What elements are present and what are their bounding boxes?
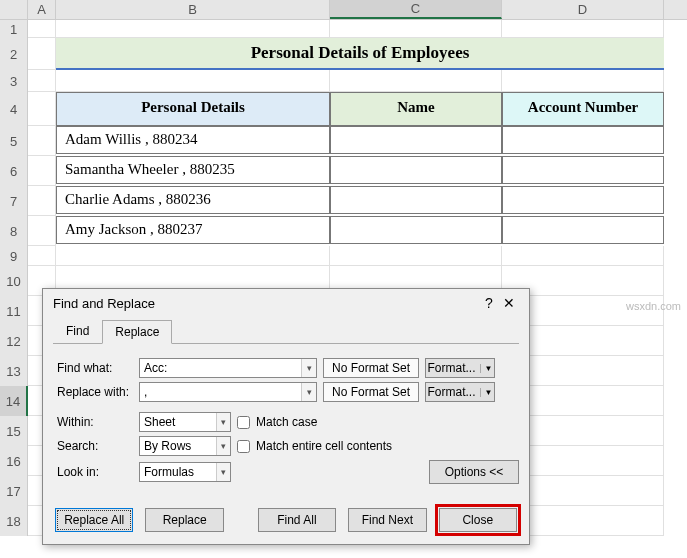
lookin-label: Look in: — [53, 465, 133, 479]
chevron-down-icon[interactable]: ▾ — [216, 463, 230, 481]
chevron-down-icon[interactable]: ▾ — [216, 437, 230, 455]
row-header-5[interactable]: 5 — [0, 126, 28, 156]
row-header-4[interactable]: 4 — [0, 92, 28, 126]
select-all-corner[interactable] — [0, 0, 28, 19]
table-header-name[interactable]: Name — [330, 92, 502, 126]
table-cell[interactable]: Samantha Wheeler , 880235 — [56, 156, 330, 184]
col-header-b[interactable]: B — [56, 0, 330, 19]
tab-replace[interactable]: Replace — [102, 320, 172, 344]
table-cell[interactable] — [502, 216, 664, 244]
row-header-2[interactable]: 2 — [0, 38, 28, 70]
dialog-titlebar[interactable]: Find and Replace ? ✕ — [43, 289, 529, 317]
table-header-personal[interactable]: Personal Details — [56, 92, 330, 126]
within-select[interactable]: ▾ — [139, 412, 231, 432]
options-button[interactable]: Options << — [429, 460, 519, 484]
find-format-button[interactable]: Format...▼ — [425, 358, 495, 378]
cell[interactable] — [502, 246, 664, 266]
row-header-18[interactable]: 18 — [0, 506, 28, 536]
search-value — [140, 437, 216, 455]
search-select[interactable]: ▾ — [139, 436, 231, 456]
row-header-10[interactable]: 10 — [0, 266, 28, 296]
cell[interactable] — [28, 216, 56, 246]
dialog-tabs: Find Replace — [43, 317, 529, 343]
row-header-7[interactable]: 7 — [0, 186, 28, 216]
table-cell[interactable] — [502, 126, 664, 154]
help-icon[interactable]: ? — [479, 295, 499, 311]
cell[interactable] — [56, 246, 330, 266]
page-title[interactable]: Personal Details of Employees — [56, 38, 664, 70]
match-entire-checkbox[interactable]: Match entire cell contents — [237, 439, 392, 453]
table-cell[interactable] — [330, 186, 502, 214]
find-what-input[interactable]: ▾ — [139, 358, 317, 378]
table-cell[interactable]: Adam Willis , 880234 — [56, 126, 330, 154]
cell[interactable] — [28, 156, 56, 186]
lookin-value — [140, 463, 216, 481]
find-next-button[interactable]: Find Next — [348, 508, 426, 532]
row-header-14[interactable]: 14 — [0, 386, 28, 416]
row-header-15[interactable]: 15 — [0, 416, 28, 446]
chevron-down-icon[interactable]: ▾ — [301, 359, 316, 377]
table-cell[interactable]: Amy Jackson , 880237 — [56, 216, 330, 244]
row-header-8[interactable]: 8 — [0, 216, 28, 246]
within-label: Within: — [53, 415, 133, 429]
chevron-down-icon[interactable]: ▼ — [480, 388, 493, 397]
col-header-c[interactable]: C — [330, 0, 502, 19]
col-header-d[interactable]: D — [502, 0, 664, 19]
find-replace-dialog: Find and Replace ? ✕ Find Replace Find w… — [42, 288, 530, 545]
replace-with-label: Replace with: — [53, 385, 133, 399]
lookin-select[interactable]: ▾ — [139, 462, 231, 482]
row-header-11[interactable]: 11 — [0, 296, 28, 326]
replace-all-button[interactable]: Replace All — [55, 508, 133, 532]
cell[interactable] — [28, 20, 56, 38]
watermark: wsxdn.com — [626, 300, 681, 312]
replace-with-field[interactable] — [140, 383, 301, 401]
cell[interactable] — [330, 246, 502, 266]
table-cell[interactable]: Charlie Adams , 880236 — [56, 186, 330, 214]
cell[interactable] — [28, 126, 56, 156]
row-header-17[interactable]: 17 — [0, 476, 28, 506]
cell[interactable] — [502, 70, 664, 92]
replace-button[interactable]: Replace — [145, 508, 223, 532]
cell[interactable] — [28, 70, 56, 92]
chevron-down-icon[interactable]: ▼ — [480, 364, 493, 373]
table-cell[interactable] — [502, 186, 664, 214]
close-icon[interactable]: ✕ — [499, 295, 519, 311]
find-what-field[interactable] — [140, 359, 301, 377]
cell[interactable] — [28, 38, 56, 70]
replace-with-input[interactable]: ▾ — [139, 382, 317, 402]
row-header-6[interactable]: 6 — [0, 156, 28, 186]
table-cell[interactable] — [502, 156, 664, 184]
row-header-13[interactable]: 13 — [0, 356, 28, 386]
row-header-16[interactable]: 16 — [0, 446, 28, 476]
chevron-down-icon[interactable]: ▾ — [216, 413, 230, 431]
column-headers: A B C D — [0, 0, 687, 20]
col-header-a[interactable]: A — [28, 0, 56, 19]
close-button[interactable]: Close — [439, 508, 517, 532]
within-value — [140, 413, 216, 431]
chevron-down-icon[interactable]: ▾ — [301, 383, 316, 401]
find-all-button[interactable]: Find All — [258, 508, 336, 532]
find-format-preview: No Format Set — [323, 358, 419, 378]
row-header-3[interactable]: 3 — [0, 70, 28, 92]
match-case-checkbox[interactable]: Match case — [237, 415, 317, 429]
cell[interactable] — [28, 186, 56, 216]
table-cell[interactable] — [330, 216, 502, 244]
tab-find[interactable]: Find — [53, 319, 102, 343]
cell[interactable] — [28, 92, 56, 126]
cell[interactable] — [502, 20, 664, 38]
table-cell[interactable] — [330, 156, 502, 184]
cell[interactable] — [28, 246, 56, 266]
replace-format-preview: No Format Set — [323, 382, 419, 402]
cell[interactable] — [330, 70, 502, 92]
row-header-9[interactable]: 9 — [0, 246, 28, 266]
table-cell[interactable] — [330, 126, 502, 154]
table-header-account[interactable]: Account Number — [502, 92, 664, 126]
row-header-12[interactable]: 12 — [0, 326, 28, 356]
dialog-title-text: Find and Replace — [53, 296, 155, 311]
cell[interactable] — [330, 20, 502, 38]
search-label: Search: — [53, 439, 133, 453]
replace-format-button[interactable]: Format...▼ — [425, 382, 495, 402]
cell[interactable] — [56, 70, 330, 92]
cell[interactable] — [56, 20, 330, 38]
row-header-1[interactable]: 1 — [0, 20, 28, 38]
